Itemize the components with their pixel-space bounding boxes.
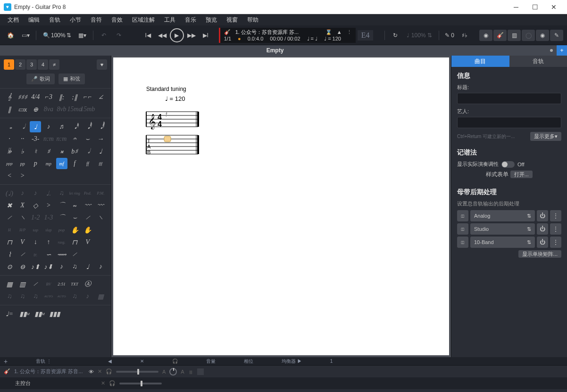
strum-down-button[interactable]: ✋ — [69, 224, 80, 236]
double-dot-button[interactable]: ·· — [17, 133, 28, 145]
home-button[interactable]: 🏠 — [4, 30, 17, 41]
double-flat-button[interactable]: 𝄫 — [4, 146, 15, 157]
zoom-control[interactable]: 🔍 100% ⇅ — [40, 31, 74, 40]
menu-help[interactable]: 帮助 — [243, 15, 262, 25]
slide-up-button[interactable]: ⟋ — [4, 212, 15, 223]
menu-note[interactable]: 音符 — [87, 15, 106, 25]
voice-4-tab[interactable]: 4 — [38, 59, 48, 70]
legato-slide-button[interactable]: ⟍ — [95, 212, 106, 223]
fx-more-1[interactable]: ⋮ — [550, 223, 561, 235]
menu-music[interactable]: 音乐 — [181, 15, 200, 25]
slide1-button[interactable]: 1-2 — [30, 212, 41, 223]
goto-end-button[interactable]: ▶I — [199, 30, 212, 41]
slide-out-button[interactable]: ⌣ — [69, 212, 80, 223]
ff-button[interactable]: ff — [82, 158, 93, 169]
whole-note-button[interactable]: 𝅝 — [4, 121, 15, 132]
pan-auto-button[interactable]: ▮▮M — [34, 308, 45, 319]
chord-grid-button[interactable]: ▥ — [17, 278, 28, 290]
brush-down-button[interactable]: ⊓ — [69, 237, 80, 248]
double-sharp-button[interactable]: 𝄪 — [56, 146, 67, 157]
pick-up-button[interactable]: V — [17, 237, 28, 248]
slide-down-button[interactable]: ⟍ — [17, 212, 28, 223]
master-volume-slider[interactable] — [119, 383, 162, 384]
bend-button[interactable]: ⌒ — [56, 200, 67, 211]
undo-button[interactable]: ↶ — [97, 30, 110, 41]
stroke1-button[interactable]: ⊙ — [4, 261, 15, 272]
pp-button[interactable]: pp — [17, 158, 28, 169]
track-auto-b[interactable]: A — [181, 369, 184, 375]
auto8-button[interactable]: ▦ — [95, 291, 106, 302]
auto3-button[interactable]: ♫ — [30, 291, 41, 302]
fastest-note-button[interactable]: 𝅘𝅥𝅲 — [95, 121, 106, 132]
flat-alt-button[interactable]: b♯ — [69, 146, 80, 157]
quarter-note-button[interactable]: ♩ — [30, 121, 41, 132]
fff-button[interactable]: fff — [95, 158, 106, 169]
shift-slide-button[interactable]: ⟋ — [82, 212, 93, 223]
timer-button[interactable]: 2:51 — [56, 278, 67, 290]
hammer-button[interactable]: H — [4, 224, 15, 236]
track-volume-slider[interactable] — [116, 371, 158, 373]
grace-button[interactable]: ♪ — [17, 188, 28, 199]
track-instrument-icon[interactable]: 🎸 — [4, 368, 10, 375]
play-button[interactable]: ▶ — [170, 28, 184, 42]
speed-control[interactable]: ♩ 100% ⇅ — [404, 31, 434, 40]
menu-effects[interactable]: 音效 — [108, 15, 126, 25]
fx-more-0[interactable]: ⋮ — [550, 210, 561, 221]
repeat-box-button[interactable]: ▭x — [17, 104, 28, 115]
stroke2-button[interactable]: ⊖ — [17, 261, 28, 272]
fx-power-0[interactable]: ⏻ — [537, 210, 548, 221]
track-clip[interactable] — [197, 368, 204, 375]
note-tie-button[interactable]: ♪ — [95, 261, 106, 272]
document-tab[interactable]: Empty — [0, 47, 550, 54]
accent2-button[interactable]: ♫ — [69, 261, 80, 272]
auto5-button[interactable]: AUTO — [56, 291, 67, 302]
auto1-button[interactable]: ♫ — [4, 291, 15, 302]
slide-in-button[interactable]: ⌒ — [56, 212, 67, 223]
fretboard-button[interactable]: ▦ — [4, 278, 15, 290]
ghost-button[interactable]: (♩) — [4, 188, 15, 199]
menu-edit[interactable]: 编辑 — [25, 15, 43, 25]
master-mute-button[interactable]: ✕ — [101, 380, 105, 386]
forward-button[interactable]: ▶▶ — [185, 30, 198, 41]
fx-more-2[interactable]: ⋮ — [550, 237, 561, 248]
headphones-icon[interactable]: 🎧 — [172, 359, 178, 364]
ppp-button[interactable]: ppp — [4, 158, 15, 169]
brush-up-button[interactable]: V — [82, 237, 93, 248]
dead-x-button[interactable]: ✖ — [4, 200, 15, 211]
artist-input[interactable] — [457, 117, 561, 128]
score-canvas[interactable]: Standard tuning ♩ = 120 𝄞 4 4 𝄽 — [111, 56, 451, 357]
auto4-button[interactable]: AUTO — [43, 291, 54, 302]
master-row[interactable]: 主控台 ✕ 🎧 — [0, 377, 567, 389]
minimize-button[interactable]: ─ — [507, 1, 525, 13]
show-matrix-button[interactable]: 显示单块矩阵... — [518, 250, 561, 258]
turn-button[interactable]: ∽ — [43, 249, 54, 260]
decrescendo-button[interactable]: > — [17, 170, 28, 181]
design-mode-button[interactable]: ♥ — [97, 59, 107, 70]
track-mute-button[interactable]: ✕ — [98, 368, 102, 375]
track-auto-a[interactable]: A — [162, 369, 166, 375]
sixteenth-note-button[interactable]: ♬ — [56, 121, 67, 132]
add-tab-button[interactable]: + — [557, 45, 567, 56]
flat-button[interactable]: ♭ — [17, 146, 28, 157]
tremolo-bar-button[interactable]: ⟋ — [69, 249, 80, 260]
fx-select-1[interactable]: Studio⇅ — [470, 223, 535, 235]
menu-preview[interactable]: 预览 — [202, 15, 221, 25]
barre-button[interactable]: ⟋ — [30, 278, 41, 290]
grace2-button[interactable]: ♪ — [30, 188, 41, 199]
redo-button[interactable]: ↷ — [112, 30, 125, 41]
tie-button[interactable]: ⌣ — [82, 133, 93, 145]
arpeggio-down-button[interactable]: ↓ — [30, 237, 41, 248]
show-more-button[interactable]: 显示更多▾ — [530, 132, 561, 141]
fx-select-0[interactable]: Analog⇅ — [470, 210, 535, 221]
sixtyfourth-note-button[interactable]: 𝅘𝅥𝅱 — [82, 121, 93, 132]
maximize-button[interactable]: ☐ — [525, 1, 544, 13]
rasgueado-button[interactable]: rasg. — [56, 237, 67, 248]
chords-button[interactable]: ▦和弦 — [58, 74, 85, 84]
track-eq-button[interactable]: ⫼ — [188, 369, 193, 375]
hammer-pull-button[interactable]: H/P — [17, 224, 28, 236]
ottava-bassa-button[interactable]: 8vb — [56, 104, 67, 115]
metronome-icon[interactable]: ▲ — [337, 29, 342, 35]
slap-button[interactable]: slap — [43, 224, 54, 236]
quindicesima-bassa-button[interactable]: 15mb — [82, 104, 93, 115]
song-tab[interactable]: 曲目 — [451, 56, 509, 67]
